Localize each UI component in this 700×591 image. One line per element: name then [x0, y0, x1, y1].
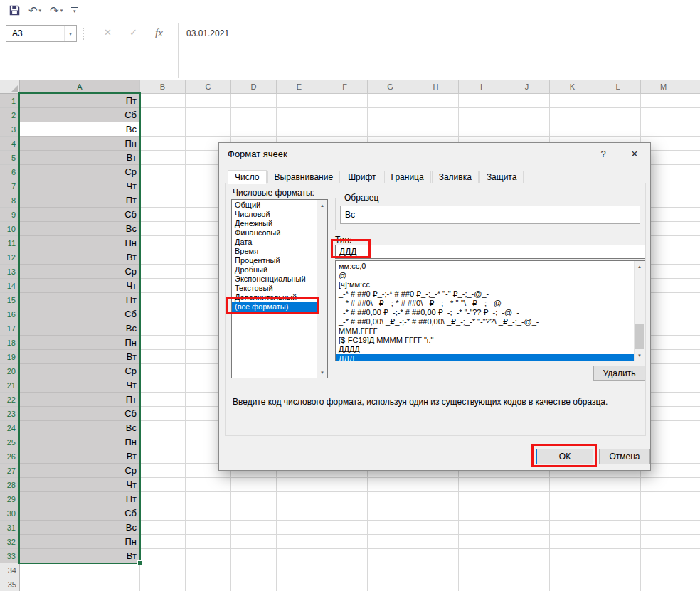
cell-J29[interactable]	[504, 492, 550, 506]
format-code-item[interactable]: ДДД	[336, 354, 634, 361]
ok-button[interactable]: ОК	[536, 449, 593, 464]
cell-A28[interactable]: Чт	[20, 478, 140, 492]
cell-F1[interactable]	[322, 94, 368, 108]
cell-B27[interactable]	[140, 464, 186, 478]
cell-A21[interactable]: Чт	[20, 378, 140, 393]
column-header-i[interactable]: I	[459, 80, 504, 94]
row-header-30[interactable]: 30	[0, 506, 20, 521]
cell-A20[interactable]: Ср	[20, 364, 140, 378]
row-header-34[interactable]: 34	[0, 563, 20, 577]
cell-A24[interactable]: Вс	[20, 421, 140, 435]
format-code-item[interactable]: _-* # ##0,00\ _₽_-;-* # ##0,00\ _₽_-;_-*…	[336, 317, 634, 326]
cell-partial[interactable]	[686, 321, 700, 336]
cell-L35[interactable]	[595, 577, 641, 591]
enter-icon[interactable]: ✓	[129, 27, 137, 38]
cell-D29[interactable]	[231, 492, 277, 506]
cell-I1[interactable]	[459, 94, 504, 108]
cell-M2[interactable]	[641, 108, 686, 122]
row-header-35[interactable]: 35	[0, 577, 20, 591]
row-header-8[interactable]: 8	[0, 193, 20, 208]
cell-A9[interactable]: Сб	[20, 208, 140, 222]
column-header-f[interactable]: F	[322, 80, 368, 94]
cell-M31[interactable]	[641, 521, 686, 535]
row-header-14[interactable]: 14	[0, 279, 20, 293]
name-box[interactable]: A3 ▾	[6, 25, 77, 42]
cell-I33[interactable]	[459, 549, 504, 563]
cell-B1[interactable]	[140, 94, 186, 108]
cell-B19[interactable]	[140, 350, 186, 364]
cell-H30[interactable]	[413, 506, 459, 521]
cell-D28[interactable]	[231, 478, 277, 492]
cell-G29[interactable]	[368, 492, 413, 506]
cell-partial[interactable]	[686, 449, 700, 464]
cell-B32[interactable]	[140, 535, 186, 549]
cell-I35[interactable]	[459, 577, 504, 591]
close-button[interactable]: ✕	[619, 143, 650, 165]
cell-F31[interactable]	[322, 521, 368, 535]
cell-B17[interactable]	[140, 321, 186, 336]
cell-B8[interactable]	[140, 193, 186, 208]
format-code-item[interactable]: ДДДД	[336, 345, 634, 354]
cell-H1[interactable]	[413, 94, 459, 108]
cell-E31[interactable]	[277, 521, 322, 535]
cell-G31[interactable]	[368, 521, 413, 535]
cell-J34[interactable]	[504, 563, 550, 577]
cell-B30[interactable]	[140, 506, 186, 521]
column-header-l[interactable]: L	[595, 80, 641, 94]
cell-H2[interactable]	[413, 108, 459, 122]
cell-F30[interactable]	[322, 506, 368, 521]
column-header-m[interactable]: M	[641, 80, 686, 94]
cell-M29[interactable]	[641, 492, 686, 506]
cell-E2[interactable]	[277, 108, 322, 122]
select-all-corner[interactable]	[0, 80, 20, 94]
column-header-a[interactable]: A	[20, 80, 140, 94]
cell-E3[interactable]	[277, 122, 322, 137]
cell-B16[interactable]	[140, 307, 186, 321]
category-item[interactable]: Общий	[232, 201, 317, 210]
cell-I31[interactable]	[459, 521, 504, 535]
category-item[interactable]: Числовой	[232, 210, 317, 219]
cell-M35[interactable]	[641, 577, 686, 591]
row-header-33[interactable]: 33	[0, 549, 20, 563]
cell-J1[interactable]	[504, 94, 550, 108]
row-header-23[interactable]: 23	[0, 407, 20, 421]
cell-D32[interactable]	[231, 535, 277, 549]
cell-L2[interactable]	[595, 108, 641, 122]
row-header-4[interactable]: 4	[0, 137, 20, 151]
cell-L34[interactable]	[595, 563, 641, 577]
cell-A31[interactable]: Вс	[20, 521, 140, 535]
row-header-27[interactable]: 27	[0, 464, 20, 478]
cell-L1[interactable]	[595, 94, 641, 108]
category-item[interactable]: Дата	[232, 238, 317, 247]
cell-F29[interactable]	[322, 492, 368, 506]
cell-E28[interactable]	[277, 478, 322, 492]
cell-J35[interactable]	[504, 577, 550, 591]
cell-partial[interactable]	[686, 165, 700, 179]
cell-D31[interactable]	[231, 521, 277, 535]
cell-A7[interactable]: Чт	[20, 179, 140, 193]
row-header-10[interactable]: 10	[0, 222, 20, 236]
column-header-j[interactable]: J	[504, 80, 550, 94]
cell-B15[interactable]	[140, 293, 186, 307]
cell-partial[interactable]	[686, 279, 700, 293]
cell-A22[interactable]: Пт	[20, 393, 140, 407]
cell-G34[interactable]	[368, 563, 413, 577]
cell-K34[interactable]	[550, 563, 595, 577]
cell-partial[interactable]	[686, 563, 700, 577]
cell-B23[interactable]	[140, 407, 186, 421]
cell-H29[interactable]	[413, 492, 459, 506]
cell-I3[interactable]	[459, 122, 504, 137]
cell-F3[interactable]	[322, 122, 368, 137]
cell-B18[interactable]	[140, 336, 186, 350]
cell-partial[interactable]	[686, 108, 700, 122]
row-header-24[interactable]: 24	[0, 421, 20, 435]
row-header-29[interactable]: 29	[0, 492, 20, 506]
cell-A13[interactable]: Ср	[20, 265, 140, 279]
cell-B24[interactable]	[140, 421, 186, 435]
cell-K29[interactable]	[550, 492, 595, 506]
cell-B4[interactable]	[140, 137, 186, 151]
cell-partial[interactable]	[686, 236, 700, 250]
category-item[interactable]: (все форматы)	[232, 302, 317, 312]
cell-B29[interactable]	[140, 492, 186, 506]
category-listbox[interactable]: ОбщийЧисловойДенежныйФинансовыйДатаВремя…	[231, 199, 328, 378]
